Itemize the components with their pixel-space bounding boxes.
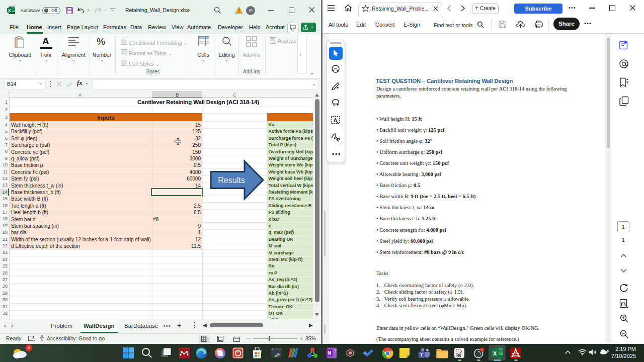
svg-text:T: T [420,352,423,357]
svg-text:N: N [328,350,331,356]
svg-text:A: A [334,117,338,123]
svg-text:X: X [8,8,11,13]
svg-text:1:1: 1:1 [622,303,625,306]
svg-text:X: X [493,350,497,356]
svg-text:Results: Results [218,176,245,185]
